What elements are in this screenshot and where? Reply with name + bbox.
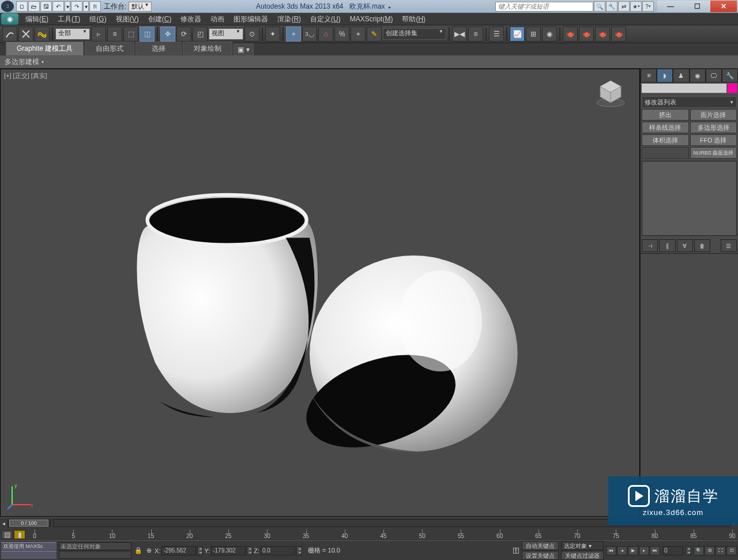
menu-group[interactable]: 组(G) bbox=[85, 13, 111, 25]
current-frame-input[interactable] bbox=[662, 546, 683, 555]
qa-open-icon[interactable]: 🗁 bbox=[28, 1, 40, 12]
spinner-snap-icon[interactable]: % bbox=[334, 27, 349, 42]
zoom-extents-all-icon[interactable]: ⊡ bbox=[726, 546, 737, 555]
cmd-tab-modify-icon[interactable]: ◗ bbox=[657, 69, 673, 82]
app-icon[interactable]: 3 bbox=[1, 1, 14, 12]
next-frame-icon[interactable]: ▸ bbox=[639, 546, 649, 555]
percent-snap-icon[interactable]: ⌂ bbox=[318, 27, 333, 42]
mod-vol-select[interactable]: 体积选择 bbox=[642, 134, 689, 146]
minimize-button[interactable]: — bbox=[657, 1, 684, 12]
menu-animation[interactable]: 动画 bbox=[206, 13, 229, 25]
mod-nurbs-select[interactable]: NURBS 曲面选择 bbox=[690, 147, 737, 159]
named-sets-dropdown[interactable]: 创建选择集 ▼ bbox=[383, 28, 446, 40]
ribbon-tab-objectpaint[interactable]: 对象绘制 bbox=[183, 42, 232, 55]
menu-help[interactable]: 帮助(H) bbox=[397, 13, 430, 25]
maximize-button[interactable]: ☐ bbox=[684, 1, 710, 12]
select-object-icon[interactable]: ▹ bbox=[91, 27, 106, 42]
trackbar-toggle1-icon[interactable]: ▤ bbox=[1, 530, 13, 539]
cmd-tab-hierarchy-icon[interactable]: ♟ bbox=[673, 69, 689, 82]
modifier-list-dropdown[interactable]: 修改器列表▼ bbox=[642, 96, 737, 108]
qa-undo-dd[interactable]: ▾ bbox=[65, 1, 70, 12]
rendered-frame-icon[interactable]: 🫖 bbox=[579, 27, 594, 42]
render-production-icon[interactable]: 🫖 bbox=[595, 27, 610, 42]
mod-poly-select[interactable]: 多边形选择 bbox=[690, 122, 737, 133]
maxscript-tab[interactable]: 欢迎使用 MAXSc bbox=[1, 542, 57, 550]
select-move-icon[interactable]: ✥ bbox=[160, 27, 175, 42]
coord-y-spinner[interactable] bbox=[247, 546, 253, 555]
select-region-rect-icon[interactable]: ⬚ bbox=[123, 27, 138, 42]
timeline-ruler[interactable]: ▤ ▮ 051015202530354045505560657075808590 bbox=[0, 529, 738, 540]
schematic-view-icon[interactable]: ⊞ bbox=[526, 27, 541, 42]
configure-sets-icon[interactable]: ☰ bbox=[721, 239, 737, 252]
trackbar-toggle2-icon[interactable]: ▮ bbox=[14, 530, 25, 539]
menu-tools[interactable]: 工具(T) bbox=[53, 13, 85, 25]
window-crossing-icon[interactable]: ◫ bbox=[140, 27, 155, 42]
menu-modifiers[interactable]: 修改器 bbox=[176, 13, 206, 25]
select-scale-icon[interactable]: ◰ bbox=[193, 27, 208, 42]
menu-create[interactable]: 创建(C) bbox=[144, 13, 176, 25]
layers-icon[interactable]: ☰ bbox=[489, 27, 504, 42]
curve-editor-icon[interactable]: 📈 bbox=[510, 27, 525, 42]
mod-ffd-select[interactable]: FFD 选择 bbox=[690, 134, 737, 146]
application-button[interactable]: ◉ bbox=[1, 13, 18, 25]
snap-options-icon[interactable]: ⌖ bbox=[351, 27, 366, 42]
qa-link-icon[interactable]: ⎘ bbox=[89, 1, 101, 12]
bind-space-warp-icon[interactable] bbox=[35, 27, 50, 42]
object-name-field[interactable] bbox=[641, 83, 727, 93]
viewcube[interactable] bbox=[593, 75, 628, 110]
edit-named-sets-icon[interactable]: ✎ bbox=[367, 27, 382, 42]
show-end-icon[interactable]: ‖ bbox=[659, 239, 675, 252]
coord-x-input[interactable] bbox=[161, 546, 196, 555]
menu-grapheditors[interactable]: 图形编辑器 bbox=[229, 13, 273, 25]
viewport[interactable]: [+] [正交] [真实] bbox=[0, 69, 640, 517]
play-icon[interactable]: ▶ bbox=[628, 546, 638, 555]
listener-input[interactable] bbox=[59, 551, 131, 559]
listener-tab[interactable] bbox=[1, 551, 57, 559]
ref-coord-dropdown[interactable]: 视图 ▼ bbox=[209, 28, 243, 40]
ribbon-tab-freeform[interactable]: 自由形式 bbox=[85, 42, 134, 55]
select-rotate-icon[interactable]: ⟳ bbox=[176, 27, 191, 42]
material-editor-icon[interactable]: ◉ bbox=[542, 27, 557, 42]
qa-undo-icon[interactable]: ↶ bbox=[52, 1, 64, 12]
cmd-tab-utilities-icon[interactable]: 🔧 bbox=[722, 69, 738, 82]
qa-save-icon[interactable]: 🖫 bbox=[40, 1, 52, 12]
ribbon-panel-polygonmodeling[interactable]: 多边形建模▾ bbox=[0, 56, 738, 69]
angle-snap-icon[interactable]: 3◡ bbox=[302, 27, 317, 42]
menu-edit[interactable]: 编辑(E) bbox=[21, 13, 53, 25]
help-icon[interactable]: ?▾ bbox=[642, 1, 654, 12]
cmd-tab-motion-icon[interactable]: ◉ bbox=[690, 69, 706, 82]
setkey-button[interactable]: 设置关键点 bbox=[522, 551, 559, 560]
pin-stack-icon[interactable]: ⊣ bbox=[642, 239, 658, 252]
select-by-name-icon[interactable]: ≡ bbox=[107, 27, 122, 42]
goto-start-icon[interactable]: ⏮ bbox=[606, 546, 616, 555]
object-color-swatch[interactable] bbox=[727, 83, 737, 93]
select-manipulate-icon[interactable]: ✦ bbox=[265, 27, 280, 42]
unlink-icon[interactable] bbox=[18, 27, 33, 42]
prev-frame-icon[interactable]: ◂ bbox=[617, 546, 627, 555]
infocenter-key-icon[interactable]: 🔧 bbox=[606, 1, 617, 12]
close-button[interactable]: ✕ bbox=[710, 1, 737, 12]
viewport-label[interactable]: [+] [正交] [真实] bbox=[4, 72, 47, 80]
mod-extrude[interactable]: 挤出 bbox=[642, 109, 689, 121]
qa-new-icon[interactable]: 🗋 bbox=[16, 1, 28, 12]
menu-maxscript[interactable]: MAXScript(M) bbox=[345, 13, 398, 25]
goto-end-icon[interactable]: ⏭ bbox=[650, 546, 660, 555]
make-unique-icon[interactable]: ∀ bbox=[677, 239, 693, 252]
ribbon-tab-graphite[interactable]: Graphite 建模工具 bbox=[6, 42, 84, 55]
remove-mod-icon[interactable]: 🗑 bbox=[694, 239, 710, 252]
pivot-center-icon[interactable]: ⊙ bbox=[244, 27, 259, 42]
render-setup-icon[interactable]: 🫖 bbox=[563, 27, 578, 42]
ribbon-tab-dd[interactable]: ▣ ▾ bbox=[234, 43, 253, 55]
infocenter-star-icon[interactable]: ★▾ bbox=[630, 1, 642, 12]
keyfilters-button[interactable]: 关键点过滤器 bbox=[561, 551, 604, 560]
time-slider-thumb[interactable]: 0 / 100 bbox=[7, 520, 51, 527]
coord-y-input[interactable] bbox=[211, 546, 246, 555]
menu-views[interactable]: 视图(V) bbox=[111, 13, 144, 25]
frame-spinner[interactable] bbox=[686, 546, 691, 555]
ribbon-tab-selection[interactable]: 选择 bbox=[135, 42, 182, 55]
mod-patch-select[interactable]: 面片选择 bbox=[690, 109, 737, 121]
snap-toggle-icon[interactable]: ⌖ bbox=[286, 27, 301, 42]
infocenter-binoculars-icon[interactable]: 🔍 bbox=[594, 1, 605, 12]
search-input[interactable] bbox=[495, 2, 593, 12]
modifier-stack[interactable] bbox=[642, 161, 737, 236]
